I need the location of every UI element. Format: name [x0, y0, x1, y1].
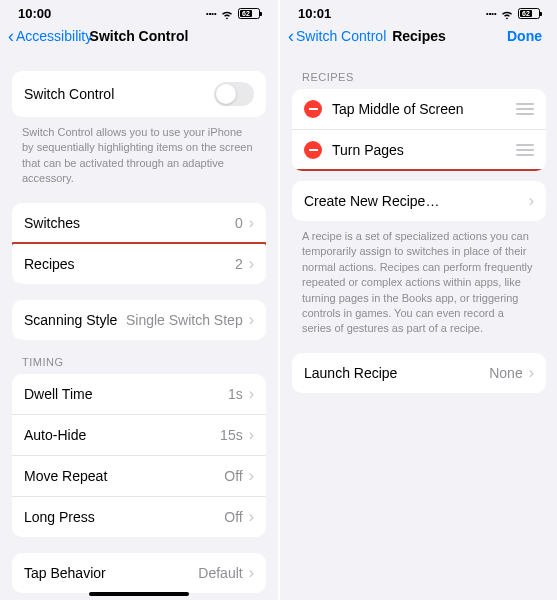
row-value: 0 [235, 215, 243, 231]
nav-bar: ‹ Accessibility Switch Control [0, 23, 278, 55]
battery-icon: 62 [238, 8, 260, 19]
wifi-icon [500, 7, 514, 21]
create-new-recipe-row[interactable]: Create New Recipe… › [292, 181, 546, 221]
row-value: 2 [235, 256, 243, 272]
content-area: RECIPES Tap Middle of Screen Turn Pages [280, 55, 557, 600]
chevron-right-icon: › [529, 192, 534, 210]
row-value: Single Switch Step [126, 312, 243, 328]
chevron-right-icon: › [249, 508, 254, 526]
chevron-left-icon: ‹ [8, 27, 14, 45]
toggle-switch[interactable] [214, 82, 254, 106]
row-label: Recipes [24, 256, 235, 272]
row-value: 1s [228, 386, 243, 402]
cellular-icon [486, 6, 496, 21]
row-label: Long Press [24, 509, 224, 525]
status-icons: 62 [206, 6, 260, 21]
row-value: None [489, 365, 522, 381]
row-value: Off [224, 509, 242, 525]
row-label: Create New Recipe… [304, 193, 529, 209]
row-value: 15s [220, 427, 243, 443]
chevron-right-icon: › [249, 426, 254, 444]
row-label: Switch Control [24, 86, 214, 102]
switch-control-toggle-row[interactable]: Switch Control [12, 71, 266, 117]
row-label: Switches [24, 215, 235, 231]
dwell-time-row[interactable]: Dwell Time 1s › [12, 374, 266, 415]
page-title: Recipes [392, 28, 446, 44]
phone-right: 10:01 62 ‹ Switch Control Recipes Done R… [280, 0, 557, 600]
phone-left: 10:00 62 ‹ Accessibility Switch Control … [0, 0, 278, 600]
row-label: Turn Pages [332, 142, 510, 158]
row-value: Off [224, 468, 242, 484]
launch-recipe-row[interactable]: Launch Recipe None › [292, 353, 546, 393]
delete-icon[interactable] [304, 141, 322, 159]
status-time: 10:01 [298, 6, 331, 21]
move-repeat-row[interactable]: Move Repeat Off › [12, 456, 266, 497]
wifi-icon [220, 7, 234, 21]
drag-handle-icon[interactable] [516, 103, 534, 115]
chevron-right-icon: › [249, 467, 254, 485]
page-title: Switch Control [90, 28, 189, 44]
long-press-row[interactable]: Long Press Off › [12, 497, 266, 537]
section-header: TIMING [12, 356, 266, 374]
chevron-right-icon: › [249, 564, 254, 582]
status-bar: 10:01 62 [280, 0, 557, 23]
back-button[interactable]: ‹ Switch Control [288, 27, 386, 45]
chevron-right-icon: › [249, 311, 254, 329]
nav-bar: ‹ Switch Control Recipes Done [280, 23, 557, 55]
row-label: Move Repeat [24, 468, 224, 484]
switches-row[interactable]: Switches 0 › [12, 203, 266, 244]
status-icons: 62 [486, 6, 540, 21]
row-label: Tap Middle of Screen [332, 101, 510, 117]
tap-behavior-row[interactable]: Tap Behavior Default › [12, 553, 266, 593]
status-time: 10:00 [18, 6, 51, 21]
chevron-right-icon: › [249, 214, 254, 232]
cellular-icon [206, 6, 216, 21]
delete-icon[interactable] [304, 100, 322, 118]
back-label: Switch Control [296, 28, 386, 44]
recipe-row-turn-pages[interactable]: Turn Pages [292, 130, 546, 171]
row-label: Scanning Style [24, 312, 126, 328]
chevron-right-icon: › [249, 385, 254, 403]
back-label: Accessibility [16, 28, 92, 44]
home-indicator[interactable] [89, 592, 189, 596]
done-button[interactable]: Done [507, 28, 550, 44]
status-bar: 10:00 62 [0, 0, 278, 23]
recipes-row[interactable]: Recipes 2 › [12, 244, 266, 284]
back-button[interactable]: ‹ Accessibility [8, 27, 92, 45]
drag-handle-icon[interactable] [516, 144, 534, 156]
section-header: RECIPES [292, 71, 546, 89]
auto-hide-row[interactable]: Auto-Hide 15s › [12, 415, 266, 456]
content-area: Switch Control Switch Control allows you… [0, 55, 278, 600]
chevron-right-icon: › [529, 364, 534, 382]
chevron-left-icon: ‹ [288, 27, 294, 45]
battery-icon: 62 [518, 8, 540, 19]
chevron-right-icon: › [249, 255, 254, 273]
row-label: Dwell Time [24, 386, 228, 402]
row-label: Auto-Hide [24, 427, 220, 443]
recipe-row-tap-middle[interactable]: Tap Middle of Screen [292, 89, 546, 130]
scanning-style-row[interactable]: Scanning Style Single Switch Step › [12, 300, 266, 340]
row-label: Launch Recipe [304, 365, 489, 381]
section-footer: A recipe is a set of specialized actions… [292, 221, 546, 337]
row-value: Default [198, 565, 242, 581]
row-label: Tap Behavior [24, 565, 198, 581]
section-footer: Switch Control allows you to use your iP… [12, 117, 266, 187]
